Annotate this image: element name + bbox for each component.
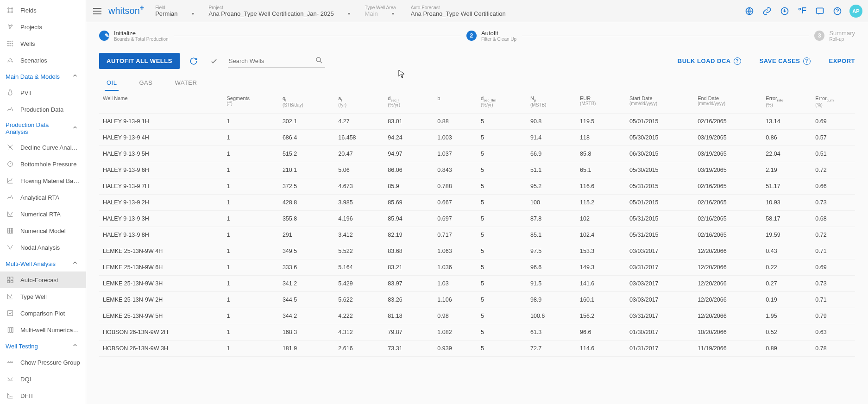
step-autofit[interactable]: 2 Autofit Filter & Clean Up bbox=[466, 30, 516, 42]
export-button[interactable]: EXPORT bbox=[829, 57, 855, 64]
search-wells[interactable] bbox=[228, 55, 325, 68]
table-row[interactable]: LEMKE 25-13N-9W 2H1344.55.62283.261.1065… bbox=[99, 292, 855, 308]
cell: 61.3 bbox=[527, 324, 576, 341]
col-end-date[interactable]: End Date(mm/dd/yyyy) bbox=[694, 91, 762, 114]
globe-icon[interactable] bbox=[744, 6, 755, 17]
tab-water[interactable]: WATER bbox=[173, 76, 199, 91]
link-icon[interactable] bbox=[761, 6, 773, 17]
table-row[interactable]: HALEY 9-13-9 4H1686.416.45894.241.003591… bbox=[99, 130, 855, 146]
sidebar-item-production-data[interactable]: Production Data bbox=[0, 101, 86, 118]
sidebar-item-analytical-rta[interactable]: Analytical RTA bbox=[0, 189, 86, 206]
sidebar-section-main-data-models[interactable]: Main Data & Models bbox=[0, 69, 86, 84]
item-icon bbox=[6, 209, 15, 219]
table-row[interactable]: HALEY 9-13-9 5H1515.220.4794.971.037566.… bbox=[99, 146, 855, 162]
col-well-name[interactable]: Well Name bbox=[99, 91, 223, 114]
cell: 01/30/2017 bbox=[626, 324, 694, 341]
table-row[interactable]: HOBSON 26-13N-9W 2H1168.34.31279.871.082… bbox=[99, 324, 855, 341]
col-q-[interactable]: qi(STB/day) bbox=[279, 91, 334, 114]
table-row[interactable]: HOBSON 26-13N-9W 3H1181.92.61673.310.939… bbox=[99, 341, 855, 357]
autoforecast-selector[interactable]: Auto-Forecast Ana Proano_Type Well Certi… bbox=[411, 5, 506, 17]
table-row[interactable]: LEMKE 25-13N-9W 3H1341.25.42983.971.0359… bbox=[99, 276, 855, 292]
scenarios-icon bbox=[6, 56, 15, 65]
sidebar-item-type-well[interactable]: Type Well bbox=[0, 288, 86, 305]
cell: 0.66 bbox=[811, 178, 855, 195]
sidebar-item-scenarios[interactable]: Scenarios bbox=[0, 52, 86, 69]
sidebar-item-comparison-plot[interactable]: Comparison Plot bbox=[0, 305, 86, 322]
cell: 149.3 bbox=[576, 259, 626, 276]
field-selector[interactable]: Field Permian▾ bbox=[155, 5, 194, 17]
cell: 83.01 bbox=[384, 114, 434, 130]
sidebar-item-label: Analytical RTA bbox=[20, 194, 59, 201]
bulk-load-button[interactable]: BULK LOAD DCA? bbox=[678, 57, 741, 65]
step-done-icon: ✎ bbox=[99, 31, 109, 41]
col-d_sec_i[interactable]: dsec_i(%/yr) bbox=[384, 91, 434, 114]
sidebar-item-chow-pressure-group[interactable]: Chow Pressure Group bbox=[0, 354, 86, 371]
autoforecast-label: Auto-Forecast bbox=[411, 5, 506, 10]
col-a-[interactable]: ai(/yr) bbox=[334, 91, 384, 114]
table-row[interactable]: HALEY 9-13-9 1H1302.14.2783.010.88590.81… bbox=[99, 114, 855, 130]
autofit-all-button[interactable]: AUTOFIT ALL WELLS bbox=[99, 53, 180, 69]
tab-gas[interactable]: GAS bbox=[137, 76, 154, 91]
col-error_rate[interactable]: Errorrate(%) bbox=[762, 91, 811, 114]
cell: 02/16/2065 bbox=[694, 211, 762, 227]
sidebar-item-wells[interactable]: Wells bbox=[0, 35, 86, 52]
sidebar-section-multi-well-analysis[interactable]: Multi-Well Analysis bbox=[0, 256, 86, 271]
save-cases-button[interactable]: SAVE CASES? bbox=[760, 57, 811, 65]
sidebar-item-auto-forecast[interactable]: Auto-Forecast bbox=[0, 271, 86, 288]
col-error_cum[interactable]: Errorcum(%) bbox=[811, 91, 855, 114]
step-summary[interactable]: 3 Summary Roll-up bbox=[814, 30, 855, 42]
sidebar-item-bottomhole-pressure[interactable]: Bottomhole Pressure bbox=[0, 156, 86, 172]
col-b[interactable]: b bbox=[434, 91, 477, 114]
sidebar-item-dqi[interactable]: DQI bbox=[0, 371, 86, 387]
sidebar-section-well-testing[interactable]: Well Testing bbox=[0, 338, 86, 354]
table-row[interactable]: LEMKE 25-13N-9W 4H1349.55.52283.681.0635… bbox=[99, 243, 855, 259]
sidebar-item-numerical-rta[interactable]: Numerical RTA bbox=[0, 206, 86, 222]
sidebar-item-nodal-analysis[interactable]: Nodal Analysis bbox=[0, 239, 86, 256]
cell: 94.24 bbox=[384, 130, 434, 146]
refresh-icon[interactable] bbox=[187, 55, 200, 68]
sidebar-item-multi-well-numerical-mod-[interactable]: Multi-well Numerical Mod… bbox=[0, 322, 86, 338]
col-n-[interactable]: Np(MSTB) bbox=[527, 91, 576, 114]
feedback-icon[interactable] bbox=[814, 6, 825, 17]
field-label: Field bbox=[155, 5, 194, 10]
cell: 1.95 bbox=[762, 308, 811, 324]
table-row[interactable]: HALEY 9-13-9 6H1210.15.0686.060.843551.1… bbox=[99, 162, 855, 178]
cell: 91.5 bbox=[527, 276, 576, 292]
temp-unit-toggle[interactable]: °F bbox=[797, 6, 808, 17]
table-row[interactable]: HALEY 9-13-9 7H1372.54.67385.90.788595.2… bbox=[99, 178, 855, 195]
sidebar-item-pvt[interactable]: PVT bbox=[0, 84, 86, 101]
download-icon[interactable] bbox=[779, 6, 790, 17]
menu-icon[interactable] bbox=[92, 6, 103, 17]
search-input[interactable] bbox=[228, 55, 325, 68]
check-icon[interactable] bbox=[208, 55, 220, 68]
col-d_sec_lim[interactable]: dsec_lim(%/yr) bbox=[477, 91, 527, 114]
table-row[interactable]: HALEY 9-13-9 2H1428.83.98585.690.6675100… bbox=[99, 195, 855, 211]
sidebar-item-projects[interactable]: Projects bbox=[0, 19, 86, 35]
project-selector[interactable]: Project Ana Proano_Type Well Certificati… bbox=[209, 5, 350, 17]
cell: 5 bbox=[477, 243, 527, 259]
sidebar-item-numerical-model[interactable]: Numerical Model bbox=[0, 222, 86, 239]
help-icon[interactable] bbox=[832, 6, 843, 17]
cell: 4.222 bbox=[334, 308, 384, 324]
sidebar-section-production-data-analysis[interactable]: Production Data Analysis bbox=[0, 118, 86, 139]
step-initialize[interactable]: ✎ Initialize Bounds & Total Production bbox=[99, 30, 169, 42]
col-start-date[interactable]: Start Date(mm/dd/yyyy) bbox=[626, 91, 694, 114]
item-icon bbox=[6, 275, 15, 284]
table-row[interactable]: HALEY 9-13-9 8H12913.41282.190.717585.11… bbox=[99, 227, 855, 243]
table-row[interactable]: LEMKE 25-13N-9W 5H1344.24.22281.180.9851… bbox=[99, 308, 855, 324]
sidebar-item-flowing-material-balance[interactable]: Flowing Material Balance bbox=[0, 172, 86, 189]
table-row[interactable]: HALEY 9-13-9 3H1355.84.19685.940.697587.… bbox=[99, 211, 855, 227]
cell: 0.71 bbox=[811, 292, 855, 308]
col-eur[interactable]: EUR(MSTB) bbox=[576, 91, 626, 114]
sidebar-item-dfit[interactable]: DFIT bbox=[0, 387, 86, 404]
cell: 03/03/2017 bbox=[626, 292, 694, 308]
avatar[interactable]: AP bbox=[849, 5, 862, 18]
col-segments[interactable]: Segments(#) bbox=[223, 91, 279, 114]
projects-icon bbox=[6, 22, 15, 32]
area-selector[interactable]: Type Well Area Main▾ bbox=[365, 5, 396, 17]
tab-oil[interactable]: OIL bbox=[105, 76, 119, 91]
sidebar-item-decline-curve-analysis[interactable]: Decline Curve Analysis bbox=[0, 139, 86, 156]
sidebar-item-fields[interactable]: Fields bbox=[0, 2, 86, 19]
cell: 0.717 bbox=[434, 227, 477, 243]
table-row[interactable]: LEMKE 25-13N-9W 6H1333.65.16483.211.0365… bbox=[99, 259, 855, 276]
